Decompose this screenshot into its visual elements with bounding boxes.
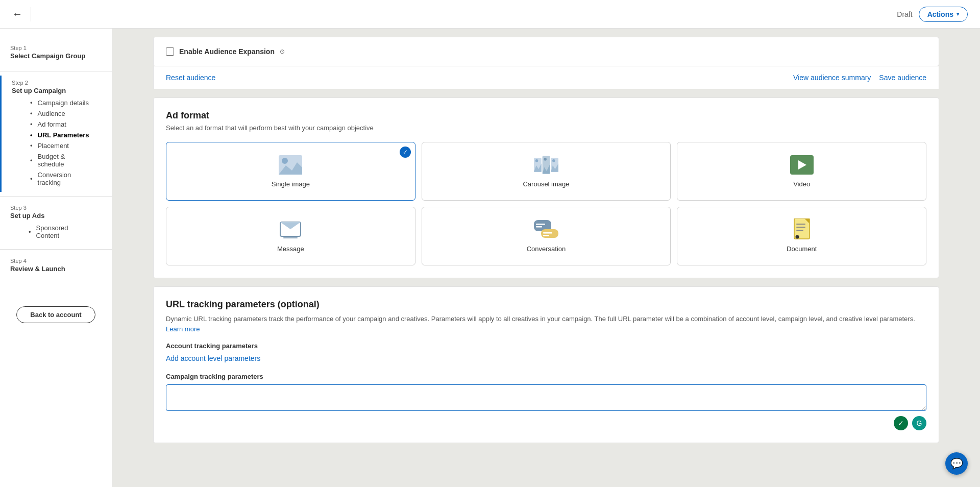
sidebar-step-3: Step 3 Set up Ads Sponsored Content — [0, 201, 112, 245]
audience-actions-bar: Reset audience View audience summary Sav… — [153, 66, 939, 89]
ad-format-grid: ✓ Single image — [166, 142, 926, 265]
textarea-actions: ✓ G — [166, 416, 926, 430]
sidebar-item-label: Sponsored Content — [36, 224, 91, 239]
sidebar-divider-1 — [0, 71, 112, 71]
learn-more-link[interactable]: Learn more — [166, 325, 200, 333]
sidebar-item-label: Ad format — [38, 120, 66, 128]
back-to-account-button[interactable]: Back to account — [16, 306, 95, 323]
document-icon — [790, 220, 814, 240]
step-3-title: Set up Ads — [10, 212, 102, 220]
audience-expansion-section: Enable Audience Expansion ⊙ — [153, 37, 939, 66]
sidebar-item-label: Budget & schedule — [38, 153, 91, 168]
audience-actions-left: Reset audience — [166, 74, 215, 82]
document-label: Document — [787, 245, 817, 253]
sidebar-item-placement[interactable]: Placement — [12, 140, 102, 151]
svg-point-4 — [535, 159, 538, 162]
sidebar-step-1: Step 1 Select Campaign Group — [0, 41, 112, 67]
back-button[interactable]: ← — [12, 8, 22, 20]
sidebar-item-label: Campaign details — [38, 99, 89, 107]
svg-rect-17 — [536, 226, 542, 228]
chevron-down-icon: ▾ — [957, 11, 959, 17]
conversation-icon — [534, 220, 558, 240]
single-image-label: Single image — [272, 180, 310, 188]
single-image-icon — [278, 155, 303, 175]
topbar-right: Draft Actions ▾ — [897, 7, 968, 22]
actions-button[interactable]: Actions ▾ — [919, 7, 968, 22]
step-2-label: Step 2 — [12, 80, 102, 86]
ad-format-carousel-image[interactable]: Carousel image — [422, 142, 671, 201]
sidebar-spacer — [0, 284, 112, 296]
svg-rect-14 — [283, 237, 298, 238]
sidebar-step-4: Step 4 Review & Launch — [0, 254, 112, 280]
grammar-icon-button[interactable]: G — [912, 416, 926, 430]
campaign-tracking-textarea[interactable] — [166, 384, 926, 411]
svg-rect-24 — [796, 227, 805, 228]
video-label: Video — [793, 180, 810, 188]
check-icon: ✓ — [898, 419, 904, 427]
url-tracking-card: URL tracking parameters (optional) Dynam… — [153, 286, 939, 443]
audience-expansion-checkbox[interactable] — [166, 47, 174, 56]
conversation-label: Conversation — [527, 245, 566, 253]
message-icon — [278, 220, 303, 240]
info-icon[interactable]: ⊙ — [280, 48, 285, 55]
svg-rect-20 — [543, 235, 549, 236]
svg-point-10 — [552, 159, 555, 162]
svg-point-7 — [544, 158, 547, 161]
sidebar-item-label: Conversion tracking — [38, 171, 91, 186]
topbar-left: ← — [12, 7, 31, 21]
svg-rect-16 — [536, 224, 545, 225]
ad-format-document[interactable]: Document — [677, 207, 926, 265]
main-content: Enable Audience Expansion ⊙ Reset audien… — [112, 29, 980, 487]
sidebar-item-sponsored-content[interactable]: Sponsored Content — [10, 223, 102, 241]
save-audience-button[interactable]: Save audience — [879, 74, 926, 82]
svg-point-1 — [282, 158, 288, 164]
url-tracking-title: URL tracking parameters (optional) — [166, 299, 926, 310]
confirm-icon-button[interactable]: ✓ — [894, 416, 908, 430]
reset-audience-button[interactable]: Reset audience — [166, 74, 215, 82]
layout: Step 1 Select Campaign Group Step 2 Set … — [0, 29, 980, 487]
campaign-textarea-wrap: ✓ G — [166, 384, 926, 430]
ad-format-title: Ad format — [166, 110, 926, 121]
account-tracking-label: Account tracking parameters — [166, 342, 926, 350]
ad-format-video[interactable]: Video — [677, 142, 926, 201]
topbar: ← Draft Actions ▾ — [0, 0, 980, 29]
sidebar-item-label: Audience — [38, 110, 65, 117]
sidebar-step-2: Step 2 Set up Campaign Campaign details … — [0, 76, 112, 192]
ad-format-conversation[interactable]: Conversation — [422, 207, 671, 265]
sidebar: Step 1 Select Campaign Group Step 2 Set … — [0, 29, 112, 487]
sidebar-item-ad-format[interactable]: Ad format — [12, 119, 102, 130]
svg-rect-23 — [796, 224, 805, 225]
audience-actions-right: View audience summary Save audience — [793, 74, 926, 82]
sidebar-divider-3 — [0, 249, 112, 250]
ad-format-message[interactable]: Message — [166, 207, 415, 265]
step-2-title: Set up Campaign — [12, 87, 102, 94]
chat-bubble[interactable]: 💬 — [945, 452, 968, 475]
chat-icon: 💬 — [950, 457, 963, 470]
sidebar-divider-2 — [0, 196, 112, 197]
sidebar-item-label: URL Parameters — [38, 131, 89, 139]
sidebar-item-conversion-tracking[interactable]: Conversion tracking — [12, 169, 102, 188]
g-icon: G — [917, 419, 922, 427]
step-4-title: Review & Launch — [10, 265, 102, 273]
sidebar-item-budget-schedule[interactable]: Budget & schedule — [12, 151, 102, 169]
sidebar-item-url-parameters[interactable]: URL Parameters — [12, 130, 102, 140]
step-3-label: Step 3 — [10, 205, 102, 211]
carousel-image-label: Carousel image — [523, 180, 569, 188]
view-audience-summary-button[interactable]: View audience summary — [793, 74, 871, 82]
video-icon — [790, 155, 814, 175]
sidebar-item-campaign-details[interactable]: Campaign details — [12, 98, 102, 108]
draft-status: Draft — [897, 10, 912, 18]
ad-format-subtitle: Select an ad format that will perform be… — [166, 124, 926, 132]
svg-rect-25 — [796, 230, 803, 231]
add-account-params-link[interactable]: Add account level parameters — [166, 354, 260, 362]
ad-format-single-image[interactable]: ✓ Single image — [166, 142, 415, 201]
topbar-divider — [31, 7, 31, 21]
campaign-tracking-label: Campaign tracking parameters — [166, 373, 926, 380]
audience-expansion-row: Enable Audience Expansion ⊙ — [166, 47, 926, 56]
carousel-image-icon — [534, 155, 558, 175]
url-tracking-description: Dynamic URL tracking parameters track th… — [166, 314, 926, 334]
sidebar-item-label: Placement — [38, 142, 69, 150]
audience-expansion-label: Enable Audience Expansion — [179, 47, 275, 56]
sidebar-back-btn-wrap: Back to account — [0, 296, 112, 333]
sidebar-item-audience[interactable]: Audience — [12, 108, 102, 119]
